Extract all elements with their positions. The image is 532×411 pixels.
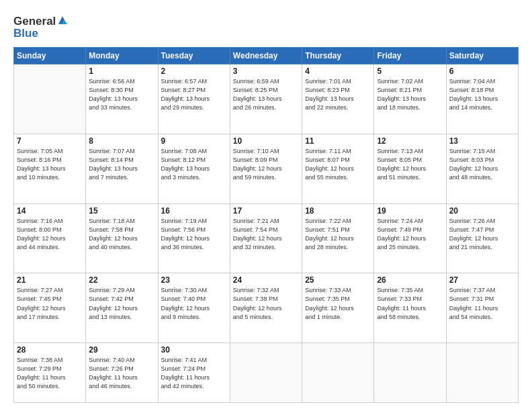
weekday-header-row: SundayMondayTuesdayWednesdayThursdayFrid… (14, 48, 519, 64)
weekday-header-thursday: Thursday (302, 48, 374, 64)
day-number: 22 (89, 275, 154, 285)
day-number: 5 (377, 66, 443, 76)
calendar-cell: 14Sunrise: 7:16 AM Sunset: 8:00 PM Dayli… (14, 203, 86, 273)
calendar-cell: 4Sunrise: 7:01 AM Sunset: 8:23 PM Daylig… (302, 64, 374, 134)
day-number: 18 (305, 206, 371, 216)
calendar-cell: 30Sunrise: 7:41 AM Sunset: 7:24 PM Dayli… (158, 343, 230, 403)
calendar-cell: 26Sunrise: 7:35 AM Sunset: 7:33 PM Dayli… (374, 273, 446, 343)
calendar-cell: 8Sunrise: 7:07 AM Sunset: 8:14 PM Daylig… (86, 134, 158, 203)
logo-blue: Blue (13, 27, 68, 40)
day-number: 20 (449, 206, 515, 216)
calendar-cell: 12Sunrise: 7:13 AM Sunset: 8:05 PM Dayli… (374, 134, 446, 203)
day-number: 10 (233, 136, 299, 146)
day-number: 3 (233, 66, 299, 76)
day-number: 28 (17, 345, 83, 355)
week-row-1: 1Sunrise: 6:56 AM Sunset: 8:30 PM Daylig… (14, 64, 519, 134)
day-number: 23 (161, 275, 227, 285)
weekday-header-wednesday: Wednesday (230, 48, 302, 64)
calendar-cell: 24Sunrise: 7:32 AM Sunset: 7:38 PM Dayli… (230, 273, 302, 343)
calendar-cell (14, 64, 86, 134)
day-info: Sunrise: 6:56 AM Sunset: 8:30 PM Dayligh… (89, 77, 154, 112)
day-number: 19 (377, 206, 443, 216)
week-row-3: 14Sunrise: 7:16 AM Sunset: 8:00 PM Dayli… (14, 203, 519, 273)
calendar-cell: 3Sunrise: 6:59 AM Sunset: 8:25 PM Daylig… (230, 64, 302, 134)
day-number: 25 (305, 275, 371, 285)
calendar-cell (446, 343, 518, 403)
calendar-cell: 16Sunrise: 7:19 AM Sunset: 7:56 PM Dayli… (158, 203, 230, 273)
day-info: Sunrise: 7:04 AM Sunset: 8:18 PM Dayligh… (449, 77, 515, 112)
day-info: Sunrise: 7:24 AM Sunset: 7:49 PM Dayligh… (377, 217, 443, 252)
week-row-5: 28Sunrise: 7:38 AM Sunset: 7:29 PM Dayli… (14, 343, 519, 403)
day-info: Sunrise: 7:02 AM Sunset: 8:21 PM Dayligh… (377, 77, 443, 112)
logo-icon (57, 15, 68, 26)
calendar-cell: 18Sunrise: 7:22 AM Sunset: 7:51 PM Dayli… (302, 203, 374, 273)
day-info: Sunrise: 7:05 AM Sunset: 8:16 PM Dayligh… (17, 147, 83, 182)
day-info: Sunrise: 7:08 AM Sunset: 8:12 PM Dayligh… (161, 147, 227, 182)
day-number: 11 (305, 136, 371, 146)
logo-general: General (13, 15, 56, 28)
calendar-table: SundayMondayTuesdayWednesdayThursdayFrid… (13, 47, 519, 403)
calendar-cell: 1Sunrise: 6:56 AM Sunset: 8:30 PM Daylig… (86, 64, 158, 134)
day-info: Sunrise: 7:21 AM Sunset: 7:54 PM Dayligh… (233, 217, 299, 252)
logo: General Blue (13, 15, 68, 40)
calendar-cell (374, 343, 446, 403)
day-number: 24 (233, 275, 299, 285)
day-number: 8 (89, 136, 154, 146)
day-number: 6 (449, 66, 515, 76)
calendar-cell: 15Sunrise: 7:18 AM Sunset: 7:58 PM Dayli… (86, 203, 158, 273)
day-info: Sunrise: 7:41 AM Sunset: 7:24 PM Dayligh… (161, 356, 227, 391)
calendar-cell: 7Sunrise: 7:05 AM Sunset: 8:16 PM Daylig… (14, 134, 86, 203)
day-number: 26 (377, 275, 443, 285)
day-info: Sunrise: 7:07 AM Sunset: 8:14 PM Dayligh… (89, 147, 154, 182)
weekday-header-sunday: Sunday (14, 48, 86, 64)
calendar-cell: 10Sunrise: 7:10 AM Sunset: 8:09 PM Dayli… (230, 134, 302, 203)
day-number: 7 (17, 136, 83, 146)
day-number: 16 (161, 206, 227, 216)
day-number: 14 (17, 206, 83, 216)
day-info: Sunrise: 7:10 AM Sunset: 8:09 PM Dayligh… (233, 147, 299, 182)
day-info: Sunrise: 7:29 AM Sunset: 7:42 PM Dayligh… (89, 286, 154, 321)
day-info: Sunrise: 7:01 AM Sunset: 8:23 PM Dayligh… (305, 77, 371, 112)
calendar-cell: 19Sunrise: 7:24 AM Sunset: 7:49 PM Dayli… (374, 203, 446, 273)
calendar-cell: 5Sunrise: 7:02 AM Sunset: 8:21 PM Daylig… (374, 64, 446, 134)
day-number: 12 (377, 136, 443, 146)
day-number: 27 (449, 275, 515, 285)
day-number: 29 (89, 345, 154, 355)
day-info: Sunrise: 7:27 AM Sunset: 7:45 PM Dayligh… (17, 286, 83, 321)
day-info: Sunrise: 7:37 AM Sunset: 7:31 PM Dayligh… (449, 286, 515, 321)
day-info: Sunrise: 7:22 AM Sunset: 7:51 PM Dayligh… (305, 217, 371, 252)
page: General Blue SundayMondayTuesdayWednesda… (0, 0, 532, 411)
calendar-cell: 2Sunrise: 6:57 AM Sunset: 8:27 PM Daylig… (158, 64, 230, 134)
day-number: 1 (89, 66, 154, 76)
weekday-header-saturday: Saturday (446, 48, 518, 64)
weekday-header-tuesday: Tuesday (158, 48, 230, 64)
calendar-cell: 9Sunrise: 7:08 AM Sunset: 8:12 PM Daylig… (158, 134, 230, 203)
week-row-2: 7Sunrise: 7:05 AM Sunset: 8:16 PM Daylig… (14, 134, 519, 203)
week-row-4: 21Sunrise: 7:27 AM Sunset: 7:45 PM Dayli… (14, 273, 519, 343)
calendar-cell: 21Sunrise: 7:27 AM Sunset: 7:45 PM Dayli… (14, 273, 86, 343)
weekday-header-monday: Monday (86, 48, 158, 64)
day-info: Sunrise: 7:11 AM Sunset: 8:07 PM Dayligh… (305, 147, 371, 182)
calendar-cell: 6Sunrise: 7:04 AM Sunset: 8:18 PM Daylig… (446, 64, 518, 134)
calendar-cell: 20Sunrise: 7:26 AM Sunset: 7:47 PM Dayli… (446, 203, 518, 273)
day-number: 4 (305, 66, 371, 76)
day-info: Sunrise: 6:57 AM Sunset: 8:27 PM Dayligh… (161, 77, 227, 112)
calendar-cell: 29Sunrise: 7:40 AM Sunset: 7:26 PM Dayli… (86, 343, 158, 403)
day-info: Sunrise: 7:26 AM Sunset: 7:47 PM Dayligh… (449, 217, 515, 252)
day-info: Sunrise: 7:19 AM Sunset: 7:56 PM Dayligh… (161, 217, 227, 252)
calendar-cell: 22Sunrise: 7:29 AM Sunset: 7:42 PM Dayli… (86, 273, 158, 343)
calendar-cell: 23Sunrise: 7:30 AM Sunset: 7:40 PM Dayli… (158, 273, 230, 343)
header: General Blue (13, 12, 519, 40)
day-info: Sunrise: 7:40 AM Sunset: 7:26 PM Dayligh… (89, 356, 154, 391)
day-number: 15 (89, 206, 154, 216)
calendar-cell (230, 343, 302, 403)
day-info: Sunrise: 7:30 AM Sunset: 7:40 PM Dayligh… (161, 286, 227, 321)
calendar-cell (302, 343, 374, 403)
day-info: Sunrise: 6:59 AM Sunset: 8:25 PM Dayligh… (233, 77, 299, 112)
day-number: 30 (161, 345, 227, 355)
day-info: Sunrise: 7:38 AM Sunset: 7:29 PM Dayligh… (17, 356, 83, 391)
calendar-cell: 25Sunrise: 7:33 AM Sunset: 7:35 PM Dayli… (302, 273, 374, 343)
day-number: 17 (233, 206, 299, 216)
day-number: 2 (161, 66, 227, 76)
calendar-cell: 11Sunrise: 7:11 AM Sunset: 8:07 PM Dayli… (302, 134, 374, 203)
